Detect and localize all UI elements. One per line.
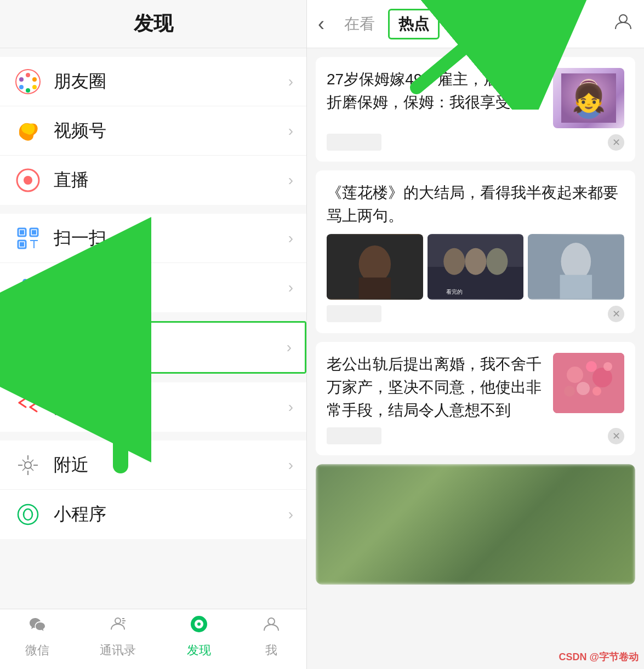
- news-img-2b: 看完的: [428, 234, 524, 300]
- news-meta-2: ✕: [327, 305, 624, 322]
- svg-point-70: [586, 361, 597, 372]
- news-card-3[interactable]: 老公出轨后提出离婚，我不舍千万家产，坚决不同意，他使出非常手段，结局令人意想不到: [316, 342, 635, 455]
- news-source-2: [327, 305, 381, 322]
- svg-rect-13: [32, 230, 36, 235]
- menu-item-nearby[interactable]: 附近 ›: [0, 441, 306, 490]
- tab-hot[interactable]: 热点: [388, 9, 440, 39]
- menu-item-search[interactable]: 搜一搜 ›: [0, 382, 306, 432]
- svg-rect-18: [28, 288, 33, 296]
- tab-video[interactable]: 视频: [444, 0, 492, 48]
- news-thumb-1: [553, 68, 624, 128]
- nav-contacts[interactable]: 通讯录: [100, 614, 136, 659]
- menu-item-shake[interactable]: 摇一摇 ›: [0, 263, 306, 312]
- svg-point-25: [28, 354, 31, 358]
- svg-line-31: [19, 403, 26, 407]
- svg-point-57: [359, 245, 391, 283]
- menu-section-2: 扫一扫 › 摇一摇 ›: [0, 214, 306, 312]
- menu-item-moments[interactable]: 朋友圈 ›: [0, 57, 306, 106]
- search-menu-arrow: ›: [288, 398, 293, 416]
- menu-item-channels[interactable]: 视频号 ›: [0, 106, 306, 156]
- menu-item-miniapp[interactable]: 小程序 ›: [0, 490, 306, 539]
- menu-section-5: 附近 › 小程序 ›: [0, 441, 306, 539]
- left-header: 发现: [0, 0, 306, 48]
- menu-item-look[interactable]: 看一看 ›: [2, 323, 305, 372]
- news-source-1: [327, 134, 381, 151]
- channels-label: 视频号: [54, 119, 288, 143]
- svg-point-46: [197, 622, 201, 626]
- svg-point-53: [577, 99, 601, 119]
- svg-line-30: [19, 398, 26, 403]
- news-card-blurred: [316, 464, 635, 585]
- news-card-2[interactable]: 《莲花楼》的大结局，看得我半夜起来都要骂上两句。: [316, 170, 635, 333]
- news-thumb-3: [553, 353, 624, 413]
- svg-point-22: [28, 337, 31, 340]
- nav-me[interactable]: 我: [261, 614, 281, 659]
- back-button[interactable]: ‹: [318, 13, 324, 36]
- svg-point-27: [20, 342, 24, 345]
- svg-rect-12: [20, 230, 24, 235]
- svg-point-26: [20, 350, 24, 353]
- svg-point-2: [32, 77, 37, 82]
- scan-label: 扫一扫: [54, 226, 288, 250]
- svg-point-72: [577, 382, 590, 395]
- live-icon: [13, 165, 43, 195]
- left-title: 发现: [134, 10, 173, 37]
- search-menu-icon: [13, 392, 43, 422]
- svg-point-62: [465, 248, 486, 275]
- look-label: 看一看: [55, 335, 287, 359]
- news-title-2: 《莲花楼》的大结局，看得我半夜起来都要骂上两句。: [327, 184, 618, 224]
- svg-point-4: [26, 88, 30, 93]
- svg-line-33: [30, 407, 37, 411]
- svg-text:看完的: 看完的: [446, 289, 462, 295]
- svg-point-39: [18, 505, 38, 524]
- nav-discover[interactable]: 发现: [187, 614, 211, 659]
- svg-point-6: [19, 77, 24, 82]
- svg-point-75: [603, 362, 612, 371]
- menu-item-live[interactable]: 直播 ›: [0, 156, 306, 205]
- svg-point-29: [29, 346, 31, 348]
- news-meta-3: ✕: [327, 427, 624, 444]
- miniapp-label: 小程序: [54, 502, 288, 527]
- bottom-nav: 微信 通讯录: [0, 609, 306, 669]
- nav-discover-label: 发现: [187, 642, 211, 659]
- svg-rect-58: [359, 278, 391, 299]
- right-panel: ‹ 在看 热点 视频 27岁保姆嫁49岁雇主，雇主每晚折: [307, 0, 644, 669]
- svg-point-24: [36, 350, 39, 353]
- channels-icon: [13, 116, 43, 146]
- svg-point-1: [26, 73, 30, 77]
- look-arrow: ›: [287, 339, 292, 356]
- moments-arrow: ›: [288, 73, 293, 90]
- news-close-3[interactable]: ✕: [608, 428, 624, 444]
- svg-point-52: [579, 79, 599, 101]
- menu-list: 朋友圈 › 视频号 ›: [0, 48, 306, 609]
- svg-point-73: [592, 387, 601, 396]
- me-nav-icon: [261, 614, 281, 639]
- news-title-1: 27岁保姆嫁49岁雇主，雇主每晚折磨保姆，保姆：我很享受: [327, 68, 546, 114]
- news-meta-1: ✕: [327, 134, 624, 151]
- news-close-1[interactable]: ✕: [608, 134, 624, 151]
- svg-point-23: [36, 342, 39, 345]
- svg-rect-17: [22, 279, 28, 288]
- tab-watching[interactable]: 在看: [335, 0, 384, 48]
- svg-rect-67: [560, 275, 592, 299]
- menu-section-3: 看一看 ›: [0, 321, 306, 374]
- moments-label: 朋友圈: [54, 70, 288, 94]
- nearby-icon: [13, 450, 43, 480]
- news-card-1[interactable]: 27岁保姆嫁49岁雇主，雇主每晚折磨保姆，保姆：我很享受: [316, 57, 635, 162]
- news-source-3: [327, 427, 381, 444]
- shake-icon: [13, 273, 43, 302]
- svg-point-5: [19, 85, 24, 89]
- svg-point-63: [486, 248, 508, 275]
- svg-point-66: [561, 243, 591, 280]
- profile-button[interactable]: [613, 12, 633, 36]
- miniapp-icon: [13, 500, 43, 529]
- moments-icon: [13, 67, 43, 96]
- search-menu-label: 搜一搜: [54, 395, 288, 419]
- svg-rect-14: [20, 242, 24, 247]
- look-icon: [15, 333, 44, 362]
- news-close-2[interactable]: ✕: [608, 306, 624, 322]
- menu-item-scan[interactable]: 扫一扫 ›: [0, 214, 306, 263]
- contacts-nav-icon: [108, 614, 128, 639]
- nav-wechat[interactable]: 微信: [25, 614, 49, 659]
- svg-point-40: [115, 618, 121, 624]
